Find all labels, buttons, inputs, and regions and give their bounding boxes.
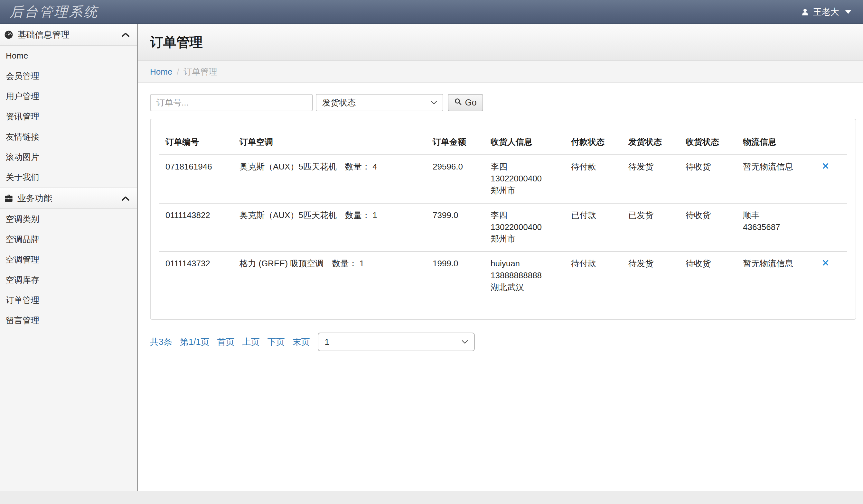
sidebar-item-carousel-images[interactable]: 滚动图片 [0,147,137,167]
chevron-up-icon [121,32,130,37]
pay-status: 待付款 [565,251,622,300]
actions-cell [815,203,847,252]
col-order-product: 订单空调 [233,128,426,155]
receiver-address: 郑州市 [490,185,560,196]
breadcrumb-current: 订单管理 [184,66,217,78]
user-dropdown[interactable]: 王老大 [801,6,851,18]
go-button[interactable]: Go [448,94,483,111]
page-number-select-value: 1 [325,337,329,347]
col-logistics: 物流信息 [737,128,815,155]
logistics-line: 暂无物流信息 [743,258,810,270]
order-number-input[interactable] [150,94,313,111]
chevron-up-icon [121,196,130,201]
logistics-line: 顺丰 [743,209,810,221]
receive-status: 待收货 [679,251,737,300]
sidebar-item-about-us[interactable]: 关于我们 [0,167,137,188]
receiver-info: 李四 13022000400 郑州市 [484,203,565,252]
order-no: 0111143822 [159,203,233,252]
receiver-address: 郑州市 [490,233,560,245]
search-bar: 发货状态 Go [150,94,856,111]
sidebar-section-title: 业务功能 [17,193,121,204]
receiver-name: 李四 [490,209,560,221]
pagination-total: 共3条 [150,336,172,348]
sidebar-item-friend-links[interactable]: 友情链接 [0,127,137,147]
order-no: 0111143732 [159,251,233,300]
sidebar-item-message-mgmt[interactable]: 留言管理 [0,310,137,331]
sidebar-item-home[interactable]: Home [0,46,137,66]
ship-status: 待发货 [622,251,679,300]
pagination-first[interactable]: 首页 [217,336,235,348]
col-order-amount: 订单金额 [426,128,484,155]
breadcrumb: Home / 订单管理 [138,61,863,83]
briefcase-icon [3,194,14,203]
page-header: 订单管理 [138,24,863,61]
order-product: 奥克斯（AUX）5匹天花机 数量： 4 [233,155,426,203]
col-pay-status: 付款状态 [565,128,622,155]
sidebar-item-order-mgmt[interactable]: 订单管理 [0,290,137,310]
logistics-info: 暂无物流信息 [737,251,815,300]
receiver-name: huiyuan [490,258,560,270]
page-number-select[interactable]: 1 [318,333,475,351]
sidebar-business-list: 空调类别 空调品牌 空调管理 空调库存 订单管理 留言管理 [0,209,137,331]
order-no: 0718161946 [159,155,233,203]
delete-order-button[interactable]: ✕ [822,161,829,171]
sidebar-item-ac-mgmt[interactable]: 空调管理 [0,249,137,270]
sidebar-section-title: 基础信息管理 [17,29,121,40]
sidebar-section-basic-info[interactable]: 基础信息管理 [0,24,137,46]
logistics-info: 暂无物流信息 [737,155,815,203]
sidebar-item-ac-category[interactable]: 空调类别 [0,209,137,229]
orders-table: 订单编号 订单空调 订单金额 收货人信息 付款状态 发货状态 收货状态 物流信息 [159,128,847,300]
layout: 基础信息管理 Home 会员管理 用户管理 资讯管理 友情链接 滚动图片 关于我… [0,24,863,491]
receiver-phone: 13888888888 [490,270,560,282]
table-row: 0718161946 奥克斯（AUX）5匹天花机 数量： 4 29596.0 李… [159,155,847,203]
user-icon [801,8,809,16]
receiver-name: 李四 [490,161,560,173]
pagination: 共3条 第1/1页 首页 上页 下页 末页 1 [150,333,856,351]
chevron-down-icon [430,100,437,105]
sidebar-item-user-mgmt[interactable]: 用户管理 [0,86,137,106]
col-ship-status: 发货状态 [622,128,679,155]
actions-cell: ✕ [815,155,847,203]
receiver-phone: 13022000400 [490,221,560,233]
sidebar-item-news-mgmt[interactable]: 资讯管理 [0,106,137,127]
logistics-line: 暂无物流信息 [743,161,810,173]
order-amount: 7399.0 [426,203,484,252]
pagination-next[interactable]: 下页 [267,336,285,348]
sidebar-item-member-mgmt[interactable]: 会员管理 [0,66,137,86]
sidebar-item-ac-brand[interactable]: 空调品牌 [0,229,137,249]
order-amount: 1999.0 [426,251,484,300]
receive-status: 待收货 [679,155,737,203]
page-title: 订单管理 [150,34,203,51]
receiver-info: huiyuan 13888888888 湖北武汉 [484,251,565,300]
sidebar-basic-list: Home 会员管理 用户管理 资讯管理 友情链接 滚动图片 关于我们 [0,46,137,188]
sidebar-section-business[interactable]: 业务功能 [0,188,137,209]
pay-status: 待付款 [565,155,622,203]
chevron-down-icon [461,340,468,344]
col-receiver-info: 收货人信息 [484,128,565,155]
search-icon [454,98,462,108]
app-title: 后台管理系统 [10,3,99,21]
table-row: 0111143732 格力 (GREE) 吸顶空调 数量： 1 1999.0 h… [159,251,847,300]
col-actions [815,128,847,155]
order-product: 格力 (GREE) 吸顶空调 数量： 1 [233,251,426,300]
breadcrumb-home-link[interactable]: Home [150,67,172,77]
order-product: 奥克斯（AUX）5匹天花机 数量： 1 [233,203,426,252]
breadcrumb-separator: / [177,67,179,77]
top-navbar: 后台管理系统 王老大 [0,0,863,24]
pagination-last[interactable]: 末页 [292,336,310,348]
sidebar-item-ac-stock[interactable]: 空调库存 [0,270,137,290]
pay-status: 已付款 [565,203,622,252]
receiver-address: 湖北武汉 [490,282,560,293]
ship-status-select[interactable]: 发货状态 [316,94,443,111]
pagination-prev[interactable]: 上页 [242,336,260,348]
delete-order-button[interactable]: ✕ [822,258,829,268]
receiver-info: 李四 13022000400 郑州市 [484,155,565,203]
table-row: 0111143822 奥克斯（AUX）5匹天花机 数量： 1 7399.0 李四… [159,203,847,252]
pagination-page-indicator: 第1/1页 [180,336,210,348]
main-content: 订单管理 Home / 订单管理 发货状态 Go [138,24,863,491]
col-receive-status: 收货状态 [679,128,737,155]
username: 王老大 [813,6,839,18]
order-amount: 29596.0 [426,155,484,203]
table-header-row: 订单编号 订单空调 订单金额 收货人信息 付款状态 发货状态 收货状态 物流信息 [159,128,847,155]
go-button-label: Go [465,98,476,108]
